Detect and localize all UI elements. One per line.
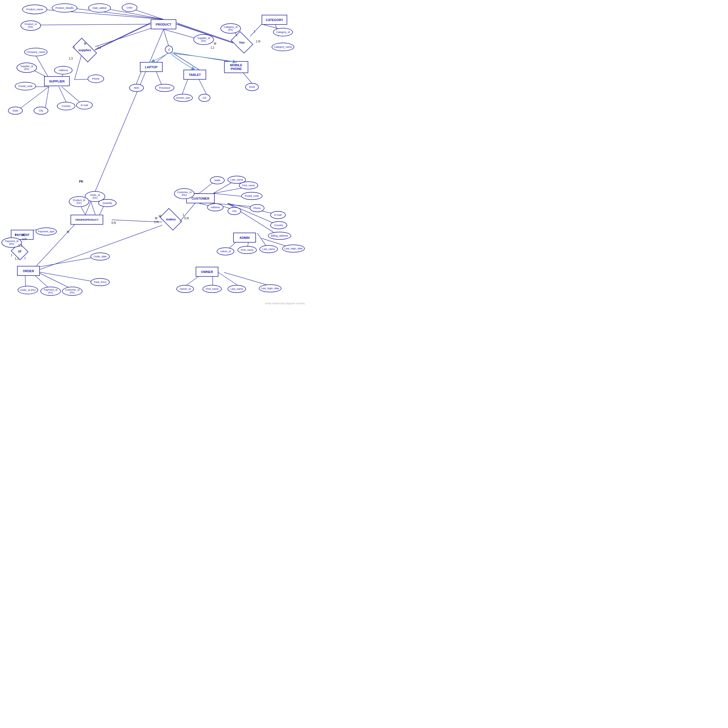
card-13-supplies: 1,3 — [69, 57, 73, 60]
card-1-supplies-left: 1 — [73, 46, 75, 49]
isa-arrows — [0, 0, 307, 307]
watermark: entity-relationship diagram creately — [265, 302, 305, 305]
card-1-of-bottom: 1 — [11, 254, 12, 257]
card-m-supplies: M — [84, 42, 86, 45]
card-m-order2product: M — [67, 230, 69, 234]
specialization-circle: d — [165, 46, 173, 54]
card-11-has: 1,1 — [210, 46, 214, 49]
card-1n-of: 1,N — [22, 237, 27, 240]
card-on-makes-left: 0,N — [112, 221, 116, 224]
card-on-makes: 0,N — [184, 217, 189, 220]
card-11-of-bottom: 1,1 — [15, 257, 19, 260]
card-1-makes: 1 — [183, 213, 184, 216]
card-m-has: M — [214, 42, 216, 45]
card-11-of: 1,1 — [18, 244, 22, 247]
pk-label: PK — [79, 180, 83, 183]
er-diagram: PRODUCT CATEGORY SUPPLIER LAPTOP TABLET … — [0, 0, 307, 307]
card-m-makes-left: M — [159, 215, 161, 218]
card-1n-makes: 1,N — [154, 220, 159, 223]
card-1-of: 1 — [15, 233, 17, 236]
card-m-makes-right: M — [155, 217, 157, 220]
card-1n-has: 1,N — [256, 40, 260, 43]
card-11-supplies: 1,1 — [97, 46, 101, 49]
card-1-has: 1 — [254, 30, 255, 33]
card-m-of: M — [22, 233, 24, 236]
